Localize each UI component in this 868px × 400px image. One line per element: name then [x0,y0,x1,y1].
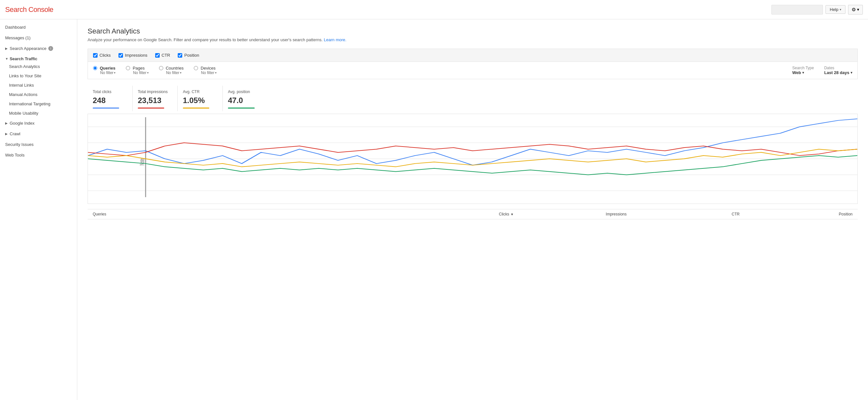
ctr-label: CTR [162,53,170,58]
total-clicks-label: Total clicks [93,90,126,94]
position-label: Position [184,53,199,58]
pages-radio[interactable] [126,66,130,70]
countries-filter-chevron-icon: ▾ [180,71,182,74]
dim-pages[interactable]: Pages No filter ▾ [126,66,148,75]
total-impressions-value: 23,513 [138,96,171,105]
metric-ctr[interactable]: CTR [155,53,170,58]
main-content: Search Analytics Analyze your performanc… [77,19,868,400]
clicks-label: Clicks [99,53,111,58]
header: Search Console Help ▾ ⚙ ▾ [0,0,868,19]
sidebar-item-dashboard[interactable]: Dashboard [0,22,77,33]
dim-devices[interactable]: Devices No filter ▾ [194,66,216,75]
dimensions-bar: Queries No filter ▾ Pages No filter ▾ [88,62,858,79]
stat-total-clicks: Total clicks 248 [88,86,133,111]
sidebar-item-messages[interactable]: Messages (1) [0,33,77,43]
queries-filter-chevron-icon: ▾ [114,71,116,74]
position-checkbox[interactable] [178,53,182,58]
avg-position-bar [228,107,255,109]
learn-more-link[interactable]: Learn more. [324,37,346,42]
avg-ctr-label: Avg. CTR [183,90,216,94]
dates-value[interactable]: Last 28 days ▾ [824,70,852,75]
clicks-checkbox[interactable] [93,53,98,58]
chart-area: Note [88,114,858,204]
devices-dim-label: Devices [200,66,215,70]
clicks-sort-icon: ▼ [510,213,514,216]
ctr-checkbox[interactable] [155,53,160,58]
settings-chevron-icon: ▾ [857,7,859,12]
help-label: Help [830,7,838,12]
dim-countries[interactable]: Countries No filter ▾ [159,66,184,75]
sidebar-item-internal-links[interactable]: Internal Links [0,81,77,90]
clicks-line [88,119,857,165]
search-type-label: Search Type [792,66,814,70]
countries-radio[interactable] [159,66,163,70]
dates-selector[interactable]: Dates Last 28 days ▾ [824,66,852,75]
devices-radio[interactable] [194,66,198,70]
svg-text:Note: Note [139,158,146,165]
sidebar-item-mobile-usability[interactable]: Mobile Usability [0,109,77,118]
impressions-label: Impressions [125,53,148,58]
impressions-checkbox[interactable] [119,53,123,58]
total-impressions-label: Total impressions [138,90,171,94]
total-clicks-bar [93,107,119,109]
search-type-selector[interactable]: Search Type Web ▾ [792,66,814,75]
search-type-chevron-icon: ▾ [802,71,804,74]
sidebar-item-manual-actions[interactable]: Manual Actions [0,90,77,99]
sidebar-item-security-issues[interactable]: Security Issues [0,139,77,150]
avg-position-label: Avg. position [228,90,261,94]
queries-dim-label: Queries [100,66,115,70]
table-header: Queries Clicks ▼ Impressions CTR Positio… [88,209,858,219]
help-chevron-icon: ▾ [840,8,841,11]
gear-icon: ⚙ [851,7,856,12]
app-logo: Search Console [5,5,54,14]
th-queries[interactable]: Queries [88,212,406,216]
countries-filter[interactable]: No filter ▾ [166,70,184,75]
help-button[interactable]: Help ▾ [826,5,845,14]
search-type-value[interactable]: Web ▾ [792,70,814,75]
stat-total-impressions: Total impressions 23,513 [133,86,178,111]
th-impressions[interactable]: Impressions [519,212,632,216]
pages-dim-label: Pages [133,66,145,70]
dim-queries[interactable]: Queries No filter ▾ [93,66,116,75]
devices-filter-chevron-icon: ▾ [215,71,217,74]
metrics-bar: Clicks Impressions CTR Position [88,49,858,62]
countries-dim-label: Countries [166,66,184,70]
th-position[interactable]: Position [745,212,858,216]
dates-label: Dates [824,66,852,70]
dates-chevron-icon: ▾ [850,71,852,74]
pages-filter[interactable]: No filter ▾ [133,70,148,75]
layout: Dashboard Messages (1) ▶ Search Appearan… [0,19,868,400]
th-clicks[interactable]: Clicks ▼ [406,212,519,216]
metric-position[interactable]: Position [178,53,199,58]
stats-row: Total clicks 248 Total impressions 23,51… [88,86,858,111]
settings-button[interactable]: ⚙ ▾ [848,5,863,14]
queries-radio[interactable] [93,66,97,70]
queries-filter[interactable]: No filter ▾ [100,70,116,75]
chevron-down-icon: ▼ [5,57,8,61]
sidebar-item-google-index[interactable]: ▶ Google Index [0,118,77,128]
stat-avg-position: Avg. position 47.0 [223,86,268,111]
metric-clicks[interactable]: Clicks [93,53,111,58]
header-right: Help ▾ ⚙ ▾ [771,5,863,14]
site-search-bar[interactable] [771,5,823,14]
devices-filter[interactable]: No filter ▾ [201,70,216,75]
sidebar-item-international-targeting[interactable]: International Targeting [0,99,77,109]
sidebar-item-search-analytics[interactable]: Search Analytics [0,62,77,71]
page-title: Search Analytics [88,27,858,35]
info-icon: i [48,46,53,51]
sidebar-item-search-traffic[interactable]: ▼ Search Traffic [0,54,77,62]
chevron-right-icon3: ▶ [5,132,8,135]
total-impressions-bar [138,107,164,109]
chevron-right-icon: ▶ [5,47,8,50]
pages-filter-chevron-icon: ▾ [147,71,149,74]
sidebar-item-crawl[interactable]: ▶ Crawl [0,128,77,139]
dim-right: Search Type Web ▾ Dates Last 28 days ▾ [792,66,852,75]
metric-impressions[interactable]: Impressions [119,53,148,58]
avg-ctr-value: 1.05% [183,96,216,105]
total-clicks-value: 248 [93,96,126,105]
sidebar-item-search-appearance[interactable]: ▶ Search Appearance i [0,43,77,54]
sidebar-item-web-tools[interactable]: Web Tools [0,150,77,160]
sidebar-item-links-to-your-site[interactable]: Links to Your Site [0,71,77,81]
sidebar: Dashboard Messages (1) ▶ Search Appearan… [0,19,77,400]
th-ctr[interactable]: CTR [632,212,745,216]
